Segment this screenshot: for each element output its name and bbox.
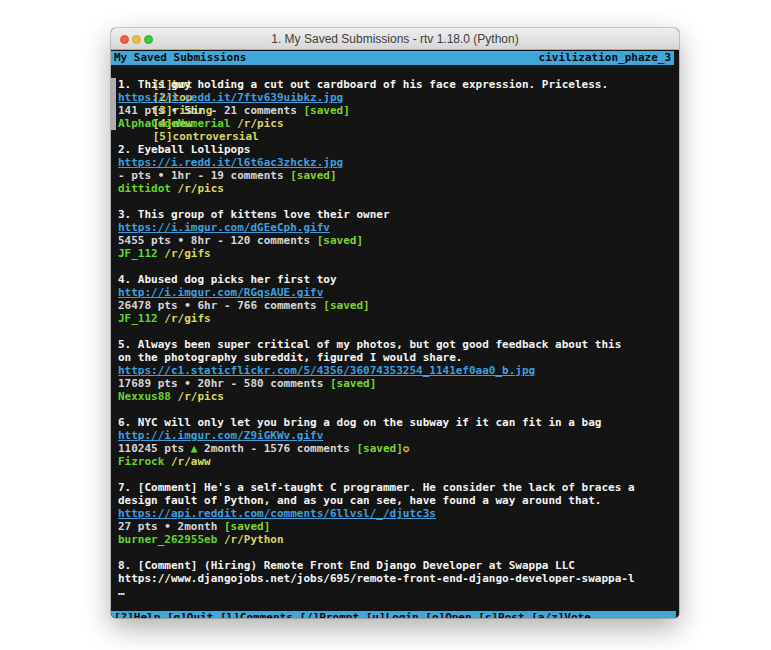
subreddit-name: /r/Python [224, 533, 284, 546]
submission-link[interactable]: https://i.redd.it/l6t6ac3zhckz.jpg [118, 156, 343, 169]
author-name: JF_112 [118, 312, 158, 325]
window-title: 1. My Saved Submissions - rtv 1.18.0 (Py… [271, 32, 518, 46]
header-username: civilization_phaze_3 [539, 51, 671, 65]
saved-badge: [saved] [290, 169, 336, 182]
submission-row[interactable]: 6. NYC will only let you bring a dog on … [118, 416, 635, 468]
saved-badge: [saved] [356, 442, 402, 455]
author-name: AlphaCodeNumerial [118, 117, 231, 130]
saved-badge: [saved] [303, 104, 349, 117]
submission-link[interactable]: http://i.imgur.com/Z9iGKWv.gifv [118, 429, 323, 442]
terminal-content: My Saved Submissions civilization_phaze_… [111, 50, 679, 618]
submission-byline: Fizrock/r/aww [118, 455, 635, 468]
gilded-icon: ✪ [403, 442, 410, 455]
subreddit-name: /r/gifs [164, 312, 210, 325]
saved-badge: [saved] [323, 299, 369, 312]
zoom-button[interactable] [144, 35, 153, 44]
submission-byline: JF_112/r/gifs [118, 312, 635, 325]
submission-title[interactable]: 2. Eyeball Lollipops [118, 143, 635, 156]
submission-title[interactable]: 8. [Comment] (Hiring) Remote Front End D… [118, 559, 635, 572]
submission-byline: burner_262955eb/r/Python [118, 533, 635, 546]
submission-byline: JF_112/r/gifs [118, 247, 635, 260]
submission-link[interactable]: https://c1.staticflickr.com/5/4356/36074… [118, 364, 535, 377]
author-name: burner_262955eb [118, 533, 217, 546]
submission-link[interactable]: http://i.imgur.com/RGqsAUE.gifv [118, 286, 323, 299]
submission-title[interactable]: 5. Always been super critical of my phot… [118, 338, 635, 364]
keybinding-help: [?]Help [q]Quit [l]Comments [/]Prompt [u… [114, 611, 591, 618]
submission-title[interactable]: 3. This group of kittens love their owne… [118, 208, 635, 221]
status-bar: [?]Help [q]Quit [l]Comments [/]Prompt [u… [111, 611, 676, 618]
header-left-title: My Saved Submissions [114, 51, 246, 65]
submission-row[interactable]: 1. This guy holding a cut out cardboard … [118, 78, 635, 130]
submission-list: 1. This guy holding a cut out cardboard … [111, 78, 679, 611]
submission-stats: - pts • 1hr - 19 comments [saved] [118, 169, 635, 182]
submission-title[interactable]: 7. [Comment] He's a self-taught C progra… [118, 481, 635, 507]
submission-byline: Nexxus88/r/pics [118, 390, 635, 403]
submission-link[interactable]: https://i.imgur.com/dGEeCph.gifv [118, 221, 330, 234]
window-titlebar[interactable]: 1. My Saved Submissions - rtv 1.18.0 (Py… [111, 28, 679, 50]
submission-stats: 17689 pts • 20hr - 580 comments [saved] [118, 377, 635, 390]
submission-row[interactable]: 5. Always been super critical of my phot… [118, 338, 635, 403]
submission-stats: 141 pts • 5hr - 21 comments [saved] [118, 104, 635, 117]
submission-title-url[interactable]: https://www.djangojobs.net/jobs/695/remo… [118, 572, 635, 585]
submission-stats: 5455 pts • 8hr - 120 comments [saved] [118, 234, 635, 247]
saved-badge: [saved] [317, 234, 363, 247]
submission-row[interactable]: 2. Eyeball Lollipops https://i.redd.it/l… [118, 143, 635, 195]
submission-byline: AlphaCodeNumerial/r/pics [118, 117, 635, 130]
traffic-lights [120, 35, 153, 44]
subreddit-name: /r/pics [237, 117, 283, 130]
saved-badge: [saved] [330, 377, 376, 390]
submission-stats: 110245 pts ▲ 2month - 1576 comments [sav… [118, 442, 635, 455]
submission-row[interactable]: 8. [Comment] (Hiring) Remote Front End D… [118, 559, 635, 598]
submission-stats: 26478 pts • 6hr - 766 comments [saved] [118, 299, 635, 312]
submission-link[interactable]: https://api.reddit.com/comments/6llvsl/_… [118, 507, 436, 520]
selection-cursor [111, 78, 116, 130]
submission-row[interactable]: 4. Abused dog picks her first toy http:/… [118, 273, 635, 325]
subreddit-name: /r/gifs [164, 247, 210, 260]
terminal-window: 1. My Saved Submissions - rtv 1.18.0 (Py… [111, 28, 679, 618]
header-bar: My Saved Submissions civilization_phaze_… [111, 51, 674, 65]
author-name: dittidot [118, 182, 171, 195]
author-name: Fizrock [118, 455, 164, 468]
subreddit-name: /r/aww [171, 455, 211, 468]
close-button[interactable] [120, 35, 129, 44]
submission-link[interactable]: https://i.redd.it/7ftv639uibkz.jpg [118, 91, 343, 104]
submission-title[interactable]: 1. This guy holding a cut out cardboard … [118, 78, 635, 91]
subreddit-name: /r/pics [178, 390, 224, 403]
minimize-button[interactable] [132, 35, 141, 44]
submission-row[interactable]: 3. This group of kittens love their owne… [118, 208, 635, 260]
author-name: Nexxus88 [118, 390, 171, 403]
truncation-ellipsis: … [118, 585, 635, 598]
saved-badge: [saved] [224, 520, 270, 533]
submission-byline: dittidot/r/pics [118, 182, 635, 195]
submission-row[interactable]: 7. [Comment] He's a self-taught C progra… [118, 481, 635, 546]
submission-stats: 27 pts • 2month [saved] [118, 520, 635, 533]
subreddit-name: /r/pics [178, 182, 224, 195]
submission-title[interactable]: 6. NYC will only let you bring a dog on … [118, 416, 635, 429]
submission-title[interactable]: 4. Abused dog picks her first toy [118, 273, 635, 286]
author-name: JF_112 [118, 247, 158, 260]
sort-tabs: [1]hot [2]top [3]rising [4]new [5]contro… [111, 65, 679, 78]
